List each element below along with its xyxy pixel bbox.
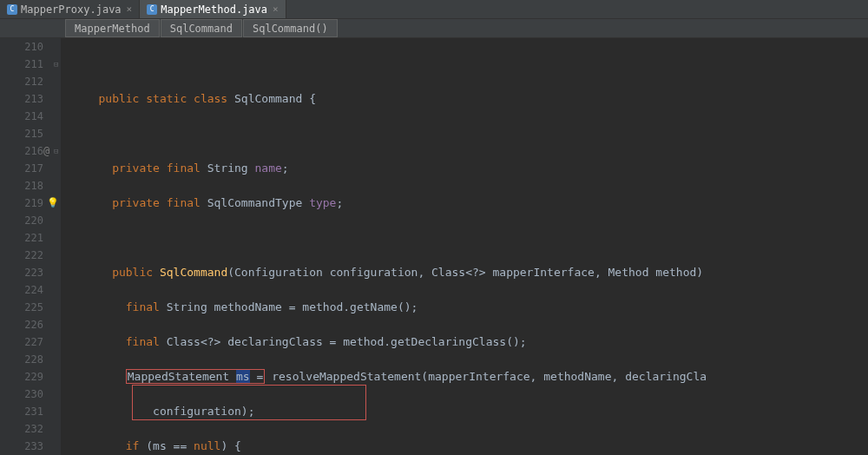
line-number: 219💡 bbox=[0, 195, 43, 212]
tab-label: MapperMethod.java bbox=[161, 3, 267, 16]
line-number: 230 bbox=[0, 386, 43, 403]
line-number: 227 bbox=[0, 333, 43, 351]
java-class-icon: C bbox=[7, 4, 17, 15]
line-number: 216@⊟ bbox=[0, 142, 43, 160]
tab-mapperproxy[interactable]: C MapperProxy.java × bbox=[0, 0, 140, 18]
line-number: 233 bbox=[0, 438, 43, 455]
java-class-icon: C bbox=[147, 4, 157, 15]
tab-label: MapperProxy.java bbox=[21, 3, 122, 16]
line-number: 211⊟ bbox=[0, 56, 43, 73]
line-number: 220 bbox=[0, 212, 43, 229]
override-icon: @ bbox=[43, 142, 49, 160]
fold-icon[interactable]: ⊟ bbox=[54, 56, 58, 73]
line-number: 218 bbox=[0, 177, 43, 195]
line-number: 222 bbox=[0, 247, 43, 264]
line-number: 212 bbox=[0, 73, 43, 90]
close-icon[interactable]: × bbox=[273, 3, 279, 15]
gutter: 210211⊟212213214215216@⊟217218219💡220221… bbox=[0, 38, 61, 455]
line-number: 221 bbox=[0, 229, 43, 247]
line-number: 213 bbox=[0, 90, 43, 108]
code-editor[interactable]: 210211⊟212213214215216@⊟217218219💡220221… bbox=[0, 38, 868, 455]
editor-tabs: C MapperProxy.java × C MapperMethod.java… bbox=[0, 0, 868, 19]
line-number: 217 bbox=[0, 160, 43, 177]
highlight-box-1: MappedStatement ms = bbox=[126, 369, 266, 384]
line-number: 232 bbox=[0, 420, 43, 438]
breadcrumb: MapperMethod SqlCommand SqlCommand() bbox=[0, 19, 868, 38]
line-number: 215 bbox=[0, 125, 43, 142]
intention-bulb-icon[interactable]: 💡 bbox=[47, 195, 59, 212]
code-area[interactable]: public static class SqlCommand { private… bbox=[61, 38, 868, 455]
line-number: 210 bbox=[0, 38, 43, 56]
tab-mappermethod[interactable]: C MapperMethod.java × bbox=[140, 0, 286, 18]
close-icon[interactable]: × bbox=[127, 3, 133, 15]
fold-icon[interactable]: ⊟ bbox=[54, 142, 58, 160]
breadcrumb-class[interactable]: MapperMethod bbox=[65, 19, 160, 37]
line-number: 223 bbox=[0, 264, 43, 281]
line-number: 226 bbox=[0, 316, 43, 333]
breadcrumb-method[interactable]: SqlCommand() bbox=[243, 19, 338, 37]
line-number: 231 bbox=[0, 403, 43, 420]
line-number: 229 bbox=[0, 368, 43, 386]
line-number: 214 bbox=[0, 108, 43, 125]
line-number: 224 bbox=[0, 281, 43, 299]
line-number: 225 bbox=[0, 299, 43, 316]
breadcrumb-inner-class[interactable]: SqlCommand bbox=[161, 19, 242, 37]
line-number: 228 bbox=[0, 351, 43, 368]
